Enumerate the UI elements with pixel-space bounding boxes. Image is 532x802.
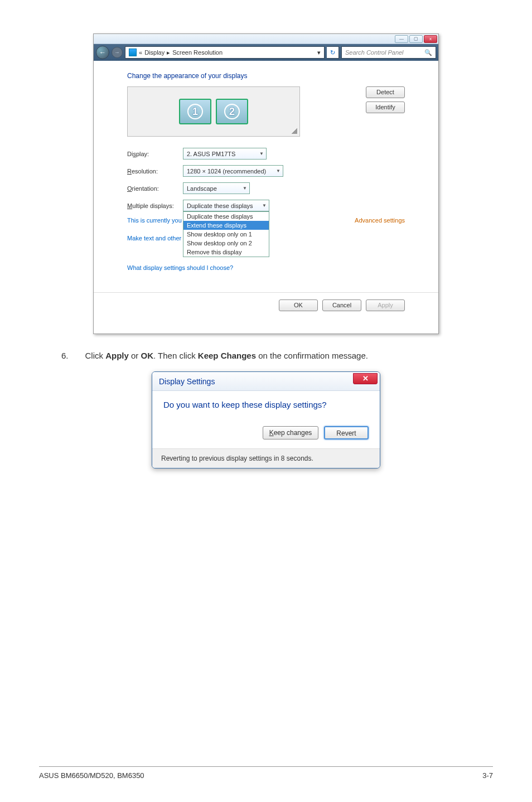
dropdown-option-only2[interactable]: Show desktop only on 2: [183, 239, 269, 248]
control-panel-icon: [129, 49, 137, 56]
keep-changes-button[interactable]: Keep changes: [263, 426, 318, 439]
multiple-displays-select[interactable]: Duplicate these displays: [183, 200, 269, 211]
cancel-button[interactable]: Cancel: [322, 299, 361, 311]
monitor-1[interactable]: 1: [179, 99, 211, 124]
orientation-label: Orientation:: [127, 185, 183, 192]
dialog-close-button[interactable]: ✕: [353, 373, 378, 384]
maximize-button[interactable]: ▢: [409, 35, 423, 43]
navigation-bar: ← → « Display ▸ Screen Resolution ▾ ↻ Se…: [94, 44, 438, 61]
display-arrangement-preview[interactable]: 1 2: [127, 86, 300, 137]
display-settings-dialog: Display Settings ✕ Do you want to keep t…: [152, 371, 380, 468]
ok-button[interactable]: OK: [279, 299, 318, 311]
identify-button[interactable]: Identify: [366, 102, 405, 113]
text-size-link[interactable]: Make text and other: [127, 235, 181, 241]
revert-button[interactable]: Revert: [324, 426, 369, 439]
dropdown-option-remove[interactable]: Remove this display: [183, 248, 269, 257]
window-titlebar: — ▢ x: [94, 34, 438, 44]
resolution-select[interactable]: 1280 × 1024 (recommended): [183, 165, 283, 177]
display-label: Display:: [127, 151, 183, 157]
dialog-footer-text: Reverting to previous display settings i…: [152, 448, 380, 468]
search-icon[interactable]: 🔍: [424, 49, 432, 56]
breadcrumb-sep: ▸: [167, 49, 170, 56]
breadcrumb-screen-resolution[interactable]: Screen Resolution: [172, 49, 223, 56]
search-input[interactable]: Search Control Panel 🔍: [341, 46, 436, 59]
breadcrumb[interactable]: « Display ▸ Screen Resolution ▾: [125, 46, 325, 59]
breadcrumb-dropdown-icon[interactable]: ▾: [317, 49, 321, 56]
breadcrumb-sep: «: [139, 49, 142, 56]
apply-button[interactable]: Apply: [366, 299, 405, 311]
orientation-select[interactable]: Landscape: [183, 182, 250, 194]
page-heading: Change the appearance of your displays: [127, 72, 405, 80]
step-number: 6.: [61, 351, 69, 360]
page-footer: ASUS BM6650/MD520, BM6350 3-7: [39, 766, 493, 780]
display-select[interactable]: 2. ASUS PM17TS: [183, 148, 267, 160]
back-button[interactable]: ←: [96, 46, 109, 59]
dialog-message: Do you want to keep these display settin…: [163, 400, 369, 409]
screen-resolution-window: — ▢ x ← → « Display ▸ Screen Resolution …: [93, 33, 439, 334]
step-text: Click Apply or OK. Then click Keep Chang…: [85, 351, 368, 360]
forward-button[interactable]: →: [112, 47, 123, 58]
close-button[interactable]: x: [424, 35, 437, 43]
resolution-label: Resolution:: [127, 168, 183, 175]
what-settings-link[interactable]: What display settings should I choose?: [127, 264, 233, 271]
advanced-settings-link[interactable]: Advanced settings: [355, 217, 405, 224]
dialog-title: Display Settings: [159, 377, 215, 386]
main-display-text: This is currently you: [127, 217, 182, 224]
action-button-row: OK Cancel Apply: [94, 292, 438, 334]
search-placeholder: Search Control Panel: [345, 49, 404, 56]
monitor-2[interactable]: 2: [216, 99, 248, 124]
detect-button[interactable]: Detect: [366, 86, 405, 98]
instruction-step-6: 6. Click Apply or OK. Then click Keep Ch…: [61, 351, 493, 360]
refresh-button[interactable]: ↻: [327, 46, 339, 59]
footer-model: ASUS BM6650/MD520, BM6350: [39, 771, 144, 780]
footer-page-number: 3-7: [482, 771, 493, 780]
breadcrumb-display[interactable]: Display: [144, 49, 165, 56]
dropdown-option-duplicate[interactable]: Duplicate these displays: [183, 212, 269, 221]
dropdown-option-only1[interactable]: Show desktop only on 1: [183, 230, 269, 239]
dropdown-option-extend[interactable]: Extend these displays: [183, 221, 269, 230]
multiple-displays-dropdown: Duplicate these displays Extend these di…: [183, 211, 269, 257]
multiple-displays-label: Multiple displays:: [127, 202, 183, 209]
minimize-button[interactable]: —: [395, 35, 408, 43]
dialog-header: Display Settings ✕: [152, 372, 380, 391]
control-panel-body: Change the appearance of your displays 1…: [94, 61, 438, 288]
